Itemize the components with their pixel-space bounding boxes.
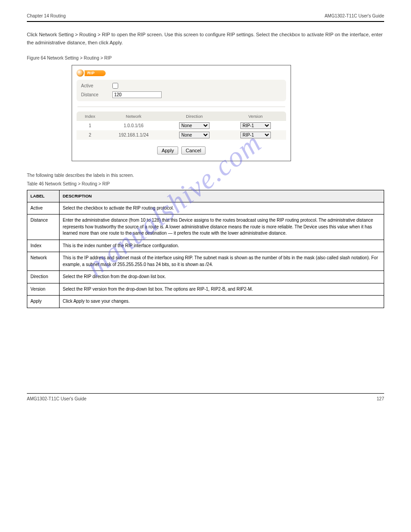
table-row: 2192.168.1.1/24NoneRIP-1 — [77, 130, 286, 140]
desc-row: ApplyClick Apply to save your changes. — [27, 296, 384, 308]
desc-cell-description: Select the checkbox to activate the RIP … — [60, 202, 384, 215]
desc-cell-label: Direction — [27, 271, 60, 283]
footer-page-number: 127 — [377, 396, 384, 401]
direction-select[interactable]: None — [179, 132, 210, 138]
rip-badge: RIP — [77, 69, 106, 77]
desc-row: DirectionSelect the RIP direction from t… — [27, 271, 384, 283]
desc-cell-description: This is the index number of the RIP inte… — [60, 240, 384, 252]
desc-cell-description: Click Apply to save your changes. — [60, 296, 384, 308]
cell-index: 1 — [77, 121, 103, 130]
footer: AMG1302-T11C User's Guide 127 — [27, 393, 384, 401]
header-left: Chapter 14 Routing — [27, 13, 66, 18]
version-select[interactable]: RIP-1 — [240, 132, 271, 138]
col-index: Index — [77, 112, 103, 121]
desc-row: NetworkThis is the IP address and subnet… — [27, 252, 384, 271]
desc-row: IndexThis is the index number of the RIP… — [27, 240, 384, 252]
rip-panel: RIP Active Distance Index Network Direct… — [72, 65, 291, 161]
desc-cell-label: Version — [27, 283, 60, 296]
desc-cell-label: Distance — [27, 215, 60, 240]
direction-select[interactable]: None — [179, 122, 210, 129]
desc-cell-label: Active — [27, 202, 60, 215]
desc-cell-description: Select the RIP direction from the drop-d… — [60, 271, 384, 283]
footer-left: AMG1302-T11C User's Guide — [27, 396, 86, 401]
col-network: Network — [103, 112, 163, 121]
desc-head-description: DESCRIPTION — [60, 190, 384, 202]
desc-table: LABEL DESCRIPTION ActiveSelect the check… — [27, 190, 384, 308]
version-select[interactable]: RIP-1 — [240, 122, 271, 129]
desc-row: DistanceEnter the administrative distanc… — [27, 215, 384, 240]
cell-network: 1.0.0.1/16 — [103, 121, 163, 130]
distance-label: Distance — [81, 92, 112, 97]
desc-cell-description: Select the RIP version from the drop-dow… — [60, 283, 384, 296]
desc-row: VersionSelect the RIP version from the d… — [27, 283, 384, 296]
rip-badge-label: RIP — [87, 71, 95, 75]
distance-input[interactable] — [112, 91, 162, 98]
cell-index: 2 — [77, 130, 103, 140]
rip-header-bar: RIP — [77, 69, 286, 77]
active-checkbox[interactable] — [112, 83, 118, 89]
active-label: Active — [81, 83, 112, 88]
globe-icon — [77, 69, 84, 77]
table-row: 11.0.0.1/16NoneRIP-1 — [77, 121, 286, 130]
cancel-button[interactable]: Cancel — [181, 146, 206, 154]
apply-button[interactable]: Apply — [157, 146, 179, 154]
desc-cell-label: Index — [27, 240, 60, 252]
desc-cell-label: Apply — [27, 296, 60, 308]
col-version: Version — [225, 112, 286, 121]
desc-table-intro: The following table describes the labels… — [27, 173, 384, 178]
rip-table: Index Network Direction Version 11.0.0.1… — [77, 112, 286, 140]
panel-divider — [77, 107, 285, 107]
intro-text: Click Network Setting > Routing > RIP to… — [27, 31, 384, 47]
col-direction: Direction — [164, 112, 225, 121]
figure-title: Figure 64 Network Setting > Routing > RI… — [27, 56, 384, 60]
desc-cell-description: This is the IP address and subnet mask o… — [60, 252, 384, 271]
desc-row: ActiveSelect the checkbox to activate th… — [27, 202, 384, 215]
desc-cell-description: Enter the administrative distance (from … — [60, 215, 384, 240]
desc-cell-label: Network — [27, 252, 60, 271]
header-rule — [27, 21, 384, 22]
rip-form: Active Distance — [77, 80, 286, 101]
cell-network: 192.168.1.1/24 — [103, 130, 163, 140]
header-right: AMG1302-T11C User's Guide — [325, 13, 384, 18]
desc-table-caption: Table 46 Network Setting > Routing > RIP — [27, 181, 384, 186]
desc-head-label: LABEL — [27, 190, 60, 202]
